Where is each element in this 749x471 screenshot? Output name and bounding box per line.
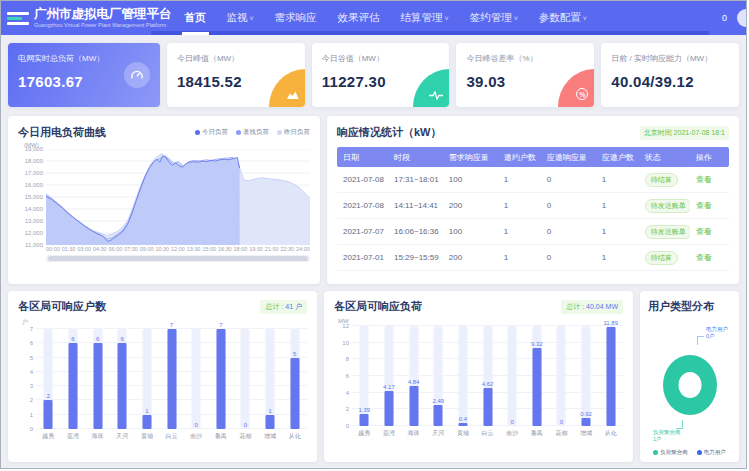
table-cell: 1 [596, 253, 639, 262]
y-axis-tick: 10 [334, 340, 349, 346]
legend-item[interactable]: 今日负荷 [195, 128, 228, 137]
nav-item[interactable]: 参数配置˅ [536, 1, 590, 35]
bar-column: 7 [159, 329, 184, 429]
x-axis-tick: 黄埔 [135, 432, 160, 441]
chevron-down-icon: ˅ [583, 15, 587, 22]
status-badge: 待结算 [645, 251, 678, 265]
bar-column: 2 [36, 329, 61, 429]
bar-column: 1 [258, 329, 283, 429]
x-axis-tick: 06:00 [109, 246, 123, 252]
x-axis-tick: 越秀 [36, 432, 61, 441]
nav-item[interactable]: 签约管理˅ [467, 1, 521, 35]
table-row: 2021-07-0716:06~16:36100101待发送账单查看 [337, 219, 729, 245]
bar-value-label: 4.17 [377, 384, 402, 390]
kpi-card-valley: 今日谷值（MW） 11227.30 [312, 43, 450, 107]
nav-menu: 首页监视˅需求响应效果评估结算管理˅签约管理˅参数配置˅ [182, 1, 590, 35]
table-row: 2021-07-0817:31~18:01100101待结算查看 [337, 167, 729, 193]
panel-title: 各区局可响应户数 [18, 299, 106, 314]
x-axis-tick: 增城 [258, 432, 283, 441]
table-cell: 1 [596, 201, 639, 210]
kpi-row: 电网实时总负荷（MW） 17603.67 今日峰值（MW） 18415.52 今… [8, 43, 739, 107]
x-axis-tick: 13:30 [187, 246, 201, 252]
x-axis-tick: 07:30 [124, 246, 138, 252]
bar-column: 0 [500, 326, 525, 426]
slider-thumb[interactable] [48, 256, 308, 261]
legend-item[interactable]: 昨日负荷 [277, 128, 310, 137]
notification-count[interactable]: 0 [722, 13, 727, 23]
column-header: 需求响应量 [443, 152, 498, 163]
y-axis-tick: 6 [18, 340, 33, 346]
bar-column: 6 [85, 329, 110, 429]
bar-value-label: 1 [258, 408, 283, 414]
y-axis-tick: 4 [18, 369, 33, 375]
bar-value-label: 0 [233, 422, 258, 428]
x-axis-tick: 10:30 [155, 246, 169, 252]
legend-item[interactable]: 电力用户 [697, 449, 726, 456]
x-axis-tick: 荔湾 [61, 432, 86, 441]
column-header: 日期 [337, 152, 388, 163]
x-axis-tick: 从化 [598, 429, 623, 438]
district-load-panel: 各区局可响应负荷 总计 : 40.04 MW MW 0246810121.394… [324, 291, 633, 462]
legend-item[interactable]: 负荷聚合商 [653, 449, 688, 456]
table-cell: 16:06~16:36 [388, 227, 443, 236]
nav-item[interactable]: 首页 [182, 1, 209, 35]
nav-item[interactable]: 结算管理˅ [398, 1, 452, 35]
y-axis-tick: 5 [18, 355, 33, 361]
y-axis-tick: 3 [18, 383, 33, 389]
district-households-xlabels: 越秀荔湾海珠天河黄埔白云南沙番禺花都增城从化 [18, 432, 307, 441]
view-link[interactable]: 查看 [696, 253, 712, 262]
view-link[interactable]: 查看 [696, 175, 712, 184]
bar-column: 4.17 [377, 326, 402, 426]
bar-value-label: 0.4 [451, 416, 476, 422]
nav-item[interactable]: 监视˅ [224, 1, 257, 35]
response-stats-panel: 响应情况统计（kW） 北京时间 2021-07-08 18:1 日期时段需求响应… [327, 116, 739, 284]
load-curve-xlabels: 00:0001:3003:0004:3006:0007:3009:0010:30… [46, 246, 310, 252]
bar-column: 2.49 [426, 326, 451, 426]
kpi-label: 电网实时总负荷（MW） [18, 53, 150, 64]
view-link[interactable]: 查看 [696, 227, 712, 236]
x-axis-tick: 天河 [426, 429, 451, 438]
chart-zoom-slider[interactable] [46, 255, 310, 262]
bar-value-label: 1 [135, 408, 160, 414]
x-axis-tick: 越秀 [352, 429, 377, 438]
panel-title: 响应情况统计（kW） [337, 125, 442, 140]
column-header: 应邀户数 [596, 152, 639, 163]
column-header: 应邀响应量 [541, 152, 596, 163]
nav-item[interactable]: 需求响应 [272, 1, 320, 35]
top-navbar: 广州市虚拟电厂管理平台 Guangzhou Virtual Power Plan… [1, 1, 746, 35]
bar-column: 6 [110, 329, 135, 429]
table-cell: 1 [498, 201, 541, 210]
row-bottom: 各区局可响应户数 总计 : 41 户 户 0123456726661707015… [8, 291, 739, 462]
table-cell: 1 [498, 253, 541, 262]
kpi-label: 今日峰谷差率（%） [466, 53, 584, 64]
y-axis-tick: 4 [334, 390, 349, 396]
x-axis-tick: 荔湾 [377, 429, 402, 438]
y-axis-unit: MW [338, 318, 623, 324]
label-connector [697, 336, 704, 345]
kpi-card-grid-total-load: 电网实时总负荷（MW） 17603.67 [8, 43, 160, 107]
bar [68, 343, 77, 429]
user-type-legend: 负荷聚合商电力用户 [648, 449, 731, 456]
chevron-down-icon: ˅ [445, 15, 449, 22]
bar [409, 386, 418, 426]
nav-item[interactable]: 效果评估 [335, 1, 383, 35]
table-cell: 200 [443, 253, 498, 262]
bar-column: 1.39 [352, 326, 377, 426]
view-link[interactable]: 查看 [696, 201, 712, 210]
table-cell: 200 [443, 201, 498, 210]
y-axis-tick: 0 [334, 423, 349, 429]
kpi-value: 40.04/39.12 [611, 73, 729, 90]
user-avatar[interactable] [737, 9, 747, 27]
y-axis-tick: 12,000 [25, 230, 46, 236]
x-axis-tick: 12:00 [171, 246, 185, 252]
table-cell: 100 [443, 227, 498, 236]
kpi-card-response-capacity: 日前 / 实时响应能力（MW） 40.04/39.12 [601, 43, 739, 107]
bar-value-label: 1.39 [352, 407, 377, 413]
bar-column: 0 [233, 329, 258, 429]
bar-value-label: 2 [36, 393, 61, 399]
bar-value-label: 0 [549, 419, 574, 425]
donut-hole [678, 372, 701, 398]
legend-item[interactable]: 基线负荷 [236, 128, 269, 137]
table-cell: 100 [443, 175, 498, 184]
x-axis-tick: 01:30 [62, 246, 76, 252]
